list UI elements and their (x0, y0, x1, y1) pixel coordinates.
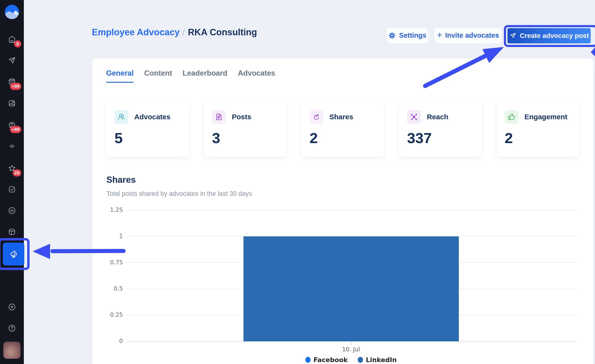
main-panel: General Content Leaderboard Advocates Ad… (92, 58, 593, 364)
sidebar-item-media[interactable] (7, 98, 17, 109)
breadcrumb-parent-link[interactable]: Employee Advocacy (92, 27, 180, 37)
sidebar-item-add[interactable] (7, 301, 17, 313)
send-icon (509, 32, 517, 39)
breadcrumb: Employee Advocacy/RKA Consulting (92, 27, 257, 37)
plus-icon: + (437, 31, 442, 39)
chart-legend: FacebookLinkedIn (305, 356, 397, 364)
sidebar-item-audio[interactable] (7, 141, 17, 152)
sidebar-item-favorites[interactable]: 26 (7, 163, 17, 174)
sidebar-item-home[interactable]: 5 (7, 34, 17, 45)
x-axis-tickmark (351, 341, 352, 345)
y-axis-tick-label: 0.75 (97, 259, 123, 266)
gear-icon (388, 32, 396, 39)
legend-item-facebook[interactable]: Facebook (305, 356, 348, 364)
y-axis-tick-label: 0.5 (97, 285, 123, 292)
y-axis-tick-label: 1 (97, 233, 123, 239)
page-title: RKA Consulting (188, 27, 257, 37)
app-logo-icon[interactable] (5, 5, 19, 19)
legend-item-linkedin[interactable]: LinkedIn (358, 356, 397, 364)
sidebar-item-tasks[interactable] (7, 184, 17, 195)
sidebar-item-boards[interactable] (7, 226, 17, 237)
sidebar-item-calendar[interactable]: +99 (7, 76, 17, 87)
sidebar-item-advocacy[interactable] (3, 243, 24, 265)
legend-dot-icon (358, 357, 363, 363)
y-axis-tick-label: 1.25 (97, 207, 123, 213)
invite-label: Invite advocates (445, 31, 499, 39)
calendar-badge: +99 (10, 83, 21, 90)
legend-label: Facebook (313, 356, 348, 364)
shares-bar-chart: 00.250.50.7511.2510. JulFacebookLinkedIn (92, 58, 593, 364)
x-axis-tick-label: 10. Jul (342, 346, 360, 353)
home-badge: 5 (14, 40, 21, 48)
sidebar-item-messages[interactable]: +99 (7, 119, 17, 130)
y-axis-tick-label: 0.25 (97, 312, 123, 318)
invite-advocates-button[interactable]: + Invite advocates (434, 28, 502, 43)
chart-bar-linkedin[interactable] (243, 236, 459, 341)
favorites-badge: 26 (13, 169, 21, 177)
messages-badge: +99 (10, 126, 21, 133)
breadcrumb-separator: / (180, 27, 188, 37)
sidebar-item-publish[interactable] (7, 55, 17, 66)
y-axis-tick-label: 0 (97, 338, 123, 344)
cursor-fragment-icon (591, 47, 595, 56)
sidebar-item-help[interactable] (7, 323, 17, 334)
sidebar: 5 +99 +99 26 (0, 0, 24, 364)
settings-button[interactable]: Settings (387, 28, 428, 43)
create-advocacy-post-button[interactable]: Create advocacy post (508, 28, 591, 43)
settings-label: Settings (399, 31, 426, 39)
legend-label: LinkedIn (366, 356, 397, 364)
user-avatar[interactable] (3, 342, 21, 359)
gridline-y-1.25 (127, 210, 576, 210)
avatar-image (3, 342, 21, 359)
sidebar-item-reports[interactable] (7, 205, 17, 216)
megaphone-icon (8, 249, 19, 259)
legend-dot-icon (305, 357, 311, 363)
create-label: Create advocacy post (520, 32, 589, 40)
